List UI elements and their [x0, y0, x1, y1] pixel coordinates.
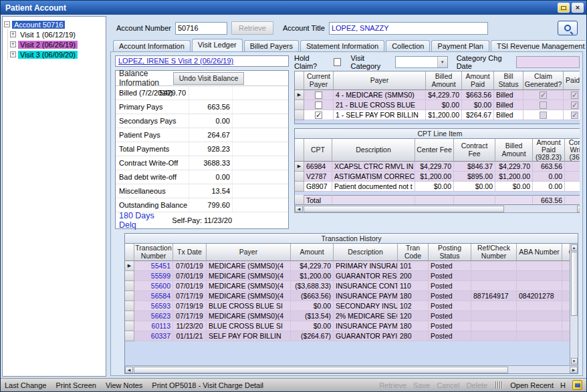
- column-header[interactable]: Billed Amount: [495, 139, 533, 162]
- expand-icon[interactable]: +: [10, 51, 16, 57]
- account-title-input[interactable]: [329, 22, 488, 35]
- account-number-label: Account Number: [116, 24, 171, 32]
- checkbox[interactable]: [315, 102, 322, 109]
- scrollbar-thumb[interactable]: [571, 252, 578, 316]
- table-row[interactable]: G8907Patient documented not t$0.00$0.00$…: [295, 182, 580, 192]
- grid-header: CPTDescriptionCenter FeeContract FeeBill…: [295, 139, 580, 162]
- collapse-icon[interactable]: −: [4, 21, 10, 27]
- table-row[interactable]: V2787ASTIGMATISM CORREC$1,200.00$895.00$…: [295, 172, 580, 182]
- category-chg-date-field[interactable]: [516, 56, 580, 68]
- open-recent-button[interactable]: Open Recent: [510, 381, 554, 389]
- table-cell: 07/01/19: [173, 281, 207, 291]
- table-row[interactable]: 1 - SELF PAY FOR BILLIN$1,200.00$264.67B…: [295, 110, 580, 120]
- scroll-left-icon[interactable]: ◀: [125, 367, 133, 373]
- table-row[interactable]: 6033701/11/21SELF PAY FOR BILLIN($264.67…: [125, 331, 570, 341]
- retrieve-button[interactable]: Retrieve: [231, 21, 273, 35]
- table-row[interactable]: ▶4 - MEDICARE (SMMS0)$4,229.70$663.56Bil…: [295, 90, 580, 100]
- column-header[interactable]: Paid?: [564, 71, 580, 90]
- column-header[interactable]: Amount Paid (928.23): [533, 139, 565, 162]
- table-row[interactable]: 5559907/01/19MEDICARE (SMMS0)(4$1,200.00…: [125, 271, 570, 281]
- visit-category-select[interactable]: ▼: [395, 56, 448, 68]
- tree-item-label[interactable]: Visit 3 (06/09/20): [18, 51, 78, 59]
- tree-root-account[interactable]: − Account 50716: [4, 19, 104, 29]
- statusbar-print-screen[interactable]: Print Screen: [55, 381, 96, 389]
- column-header[interactable]: Tran Code: [398, 244, 429, 261]
- table-cell: [495, 195, 533, 205]
- column-header[interactable]: Current Payer: [304, 71, 334, 90]
- patient-account-window: Patient Account × − Account 50716 +Visit…: [0, 0, 587, 392]
- column-header[interactable]: Payer: [207, 244, 291, 261]
- table-row[interactable]: 5560007/01/19MEDICARE (SMMS0)(4($3,688.3…: [125, 281, 570, 291]
- tab-payment-plan[interactable]: Payment Plan: [431, 40, 489, 51]
- column-header[interactable]: Amount: [291, 244, 334, 261]
- balance-value: 5429.70: [145, 89, 188, 97]
- column-header[interactable]: Contract Fee: [454, 139, 495, 162]
- scrollbar-thumb[interactable]: [304, 206, 504, 212]
- scroll-down-icon[interactable]: ▼: [571, 358, 578, 365]
- tab-account-information[interactable]: Account Information: [113, 40, 191, 51]
- table-row[interactable]: 5662307/17/19MEDICARE (SMMS0)(4($13.54)2…: [125, 311, 570, 321]
- tree-item-visit-2[interactable]: +Visit 2 (06/26/19): [10, 39, 104, 49]
- tree-root-label[interactable]: Account 50716: [12, 21, 65, 29]
- tree-item-label[interactable]: Visit 2 (06/26/19): [18, 41, 78, 49]
- expand-icon[interactable]: +: [10, 41, 16, 47]
- close-icon[interactable]: ×: [572, 3, 584, 13]
- tab-collection[interactable]: Collection: [386, 40, 430, 51]
- tree-item-visit-3[interactable]: +Visit 3 (06/09/20): [10, 49, 104, 59]
- column-header[interactable]: Amount Paid: [462, 71, 494, 90]
- account-number-input[interactable]: [175, 22, 227, 35]
- column-header[interactable]: Che: [562, 244, 570, 261]
- search-button[interactable]: [558, 21, 578, 35]
- tab-tsi-revenue-management[interactable]: TSI Revenue Management: [491, 40, 585, 51]
- minimize-icon[interactable]: [558, 3, 570, 13]
- visit-link[interactable]: LOPEZ, IRENE S Visit 2 (06/26/19): [118, 57, 233, 65]
- column-header[interactable]: Billed Amount: [426, 71, 462, 90]
- tab-billed-payers[interactable]: Billed Payers: [244, 40, 299, 51]
- column-header[interactable]: Transaction Number: [134, 244, 173, 261]
- chevron-down-icon[interactable]: ▼: [437, 57, 447, 67]
- column-header[interactable]: Posting Status: [429, 244, 471, 261]
- undo-visit-balance-button[interactable]: Undo Visit Balance: [173, 72, 244, 85]
- table-row[interactable]: ▶5545107/01/19MEDICARE (SMMS0)(4$4,229.7…: [125, 261, 570, 271]
- checkbox[interactable]: [315, 112, 322, 119]
- column-header[interactable]: Description: [332, 139, 415, 162]
- statusbar-print-op5018-visit-charge-detail[interactable]: Print OP5018 - Visit Charge Detail: [152, 381, 263, 389]
- statusbar-last-change[interactable]: Last Change: [5, 381, 46, 389]
- column-header[interactable]: Description: [334, 244, 398, 261]
- tab-visit-ledger[interactable]: Visit Ledger: [192, 39, 243, 51]
- checkbox[interactable]: [315, 91, 322, 99]
- scroll-right-icon[interactable]: ▶: [570, 367, 578, 373]
- tree-item-label[interactable]: Visit 1 (06/12/19): [18, 31, 78, 39]
- column-header[interactable]: ABA Number: [517, 244, 562, 261]
- table-cell: [562, 271, 570, 281]
- scroll-up-icon[interactable]: ▲: [571, 244, 578, 251]
- column-header[interactable]: Payer: [334, 71, 426, 90]
- scroll-right-icon[interactable]: ▶: [577, 206, 580, 212]
- app-shortcut-icon[interactable]: [572, 380, 582, 390]
- tree-item-visit-1[interactable]: +Visit 1 (06/12/19): [10, 29, 104, 39]
- checkbox: [540, 112, 547, 119]
- column-header[interactable]: Bill Status: [494, 71, 523, 90]
- cpt-line-item-grid: CPTDescriptionCenter FeeContract FeeBill…: [294, 138, 580, 205]
- scroll-left-icon[interactable]: ◀: [295, 206, 303, 212]
- column-header[interactable]: Ref/Check Number: [471, 244, 517, 261]
- table-row[interactable]: 5658407/17/19MEDICARE (SMMS0)(4($663.56)…: [125, 291, 570, 301]
- statusbar-view-notes[interactable]: View Notes: [106, 381, 142, 389]
- column-header[interactable]: CPT: [304, 139, 332, 162]
- balance-row: Secondarys Pays0.00: [116, 114, 288, 128]
- table-row[interactable]: 21 - BLUE CROSS BLUE$0.00$0.00Billed: [295, 100, 580, 110]
- table-cell: [304, 100, 334, 110]
- scrollbar-thumb[interactable]: [134, 367, 508, 373]
- expand-icon[interactable]: +: [10, 31, 16, 37]
- tab-statement-information[interactable]: Statement Information: [300, 40, 384, 51]
- table-row[interactable]: Total663.560: [295, 195, 580, 205]
- table-row[interactable]: 6011311/23/20BLUE CROSS BLUE SI$0.00INSU…: [125, 321, 570, 331]
- column-header[interactable]: Claim Generated?: [523, 71, 564, 90]
- table-row[interactable]: ▶66984XCAPSL CTRC RMVL IN$4,229.70$846.3…: [295, 162, 580, 172]
- table-cell: 1 - SELF PAY FOR BILLIN: [334, 110, 426, 120]
- column-header[interactable]: Contra Write- (3688.: [565, 139, 580, 162]
- hold-claim-checkbox[interactable]: [334, 58, 341, 66]
- column-header[interactable]: Center Fee: [415, 139, 454, 162]
- table-row[interactable]: 5659307/19/19BLUE CROSS BLUE SI$0.00SECO…: [125, 301, 570, 311]
- column-header[interactable]: Tx Date: [173, 244, 207, 261]
